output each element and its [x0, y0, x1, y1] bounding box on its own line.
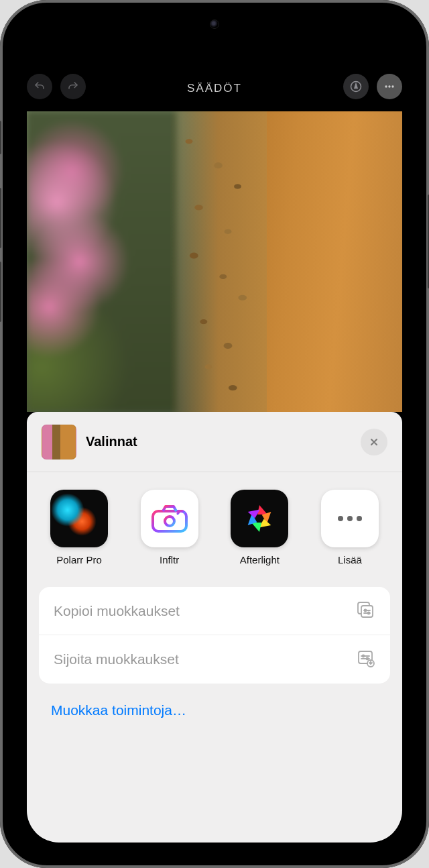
svg-point-3: [391, 85, 393, 87]
app-label: Lisää: [338, 554, 362, 565]
markup-icon: [349, 80, 363, 93]
svg-point-12: [368, 612, 370, 614]
iphone-device-frame: SÄÄDÖT Valinnat: [0, 0, 429, 868]
front-camera: [210, 19, 219, 29]
copy-edits-action[interactable]: Kopioi muokkaukset: [39, 587, 390, 635]
redo-icon: [67, 80, 79, 93]
aperture-icon: [241, 500, 278, 537]
sheet-title: Valinnat: [86, 434, 361, 449]
undo-icon: [34, 80, 46, 93]
screen: SÄÄDÖT Valinnat: [12, 12, 417, 856]
svg-rect-10: [361, 606, 373, 617]
paste-edits-action[interactable]: Sijoita muokkaukset: [39, 635, 390, 684]
camera-icon: [151, 504, 188, 533]
app-polarr-pro[interactable]: Polarr Pro: [39, 490, 119, 565]
actions-list: Kopioi muokkaukset Sijoita muokkaukset: [39, 587, 390, 684]
app-more[interactable]: Lisää: [310, 490, 390, 565]
redo-button[interactable]: [60, 74, 86, 99]
apps-row: Polarr Pro Infltr: [27, 472, 402, 579]
share-sheet: Valinnat Polarr Pro: [27, 412, 402, 843]
ellipsis-icon: [383, 80, 396, 93]
sheet-thumbnail: [42, 425, 76, 459]
svg-point-11: [365, 609, 367, 611]
afterlight-icon: [231, 490, 288, 547]
markup-button[interactable]: [343, 74, 369, 99]
svg-point-1: [385, 85, 387, 87]
edit-actions-link[interactable]: Muokkaa toimintoja…: [27, 684, 402, 718]
mute-switch: [0, 121, 1, 154]
ellipsis-icon: [336, 515, 363, 522]
svg-point-6: [338, 516, 343, 521]
svg-rect-4: [153, 511, 186, 531]
close-button[interactable]: [361, 429, 387, 455]
toolbar-title: SÄÄDÖT: [187, 82, 242, 95]
app-afterlight[interactable]: Afterlight: [219, 490, 300, 565]
photo-preview: [27, 111, 402, 412]
paste-edits-icon: [355, 648, 375, 671]
svg-point-7: [347, 516, 353, 521]
infltr-icon: [141, 490, 198, 547]
home-indicator[interactable]: [158, 844, 271, 848]
sheet-header: Valinnat: [27, 412, 402, 472]
app-infltr[interactable]: Infltr: [129, 490, 210, 565]
svg-point-8: [357, 516, 362, 521]
more-button[interactable]: [377, 74, 402, 99]
volume-down-button: [0, 262, 1, 322]
app-label: Afterlight: [240, 554, 280, 565]
svg-point-5: [165, 517, 174, 526]
action-label: Sijoita muokkaukset: [54, 651, 179, 667]
notch: [154, 12, 275, 36]
undo-button[interactable]: [27, 74, 52, 99]
svg-point-2: [388, 85, 390, 87]
close-icon: [369, 437, 379, 447]
svg-point-15: [367, 658, 369, 660]
polarr-pro-icon: [50, 490, 108, 547]
app-label: Infltr: [160, 554, 179, 565]
action-label: Kopioi muokkaukset: [54, 603, 180, 619]
app-label: Polarr Pro: [56, 554, 102, 565]
svg-point-14: [363, 655, 365, 657]
more-apps-icon: [321, 490, 379, 547]
volume-up-button: [0, 188, 1, 248]
copy-edits-icon: [355, 600, 375, 622]
